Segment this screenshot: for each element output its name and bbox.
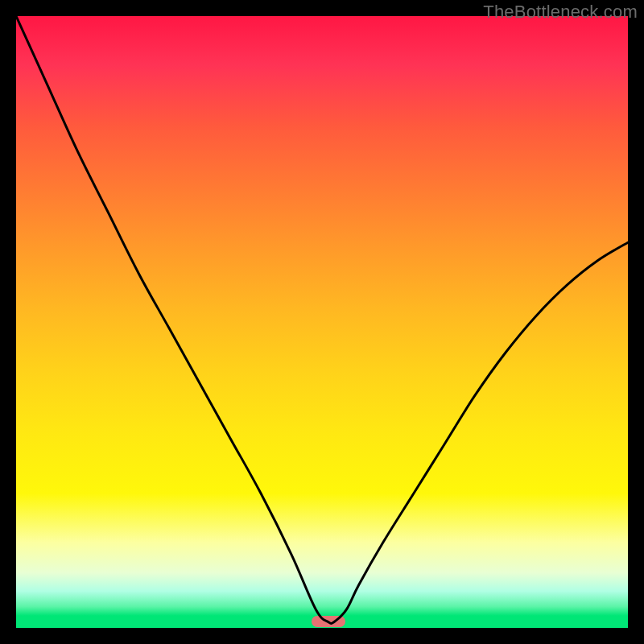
plot-area <box>16 16 628 628</box>
bottleneck-chart: TheBottleneck.com <box>0 0 644 644</box>
watermark-text: TheBottleneck.com <box>483 2 638 23</box>
bottleneck-curve <box>16 16 628 628</box>
